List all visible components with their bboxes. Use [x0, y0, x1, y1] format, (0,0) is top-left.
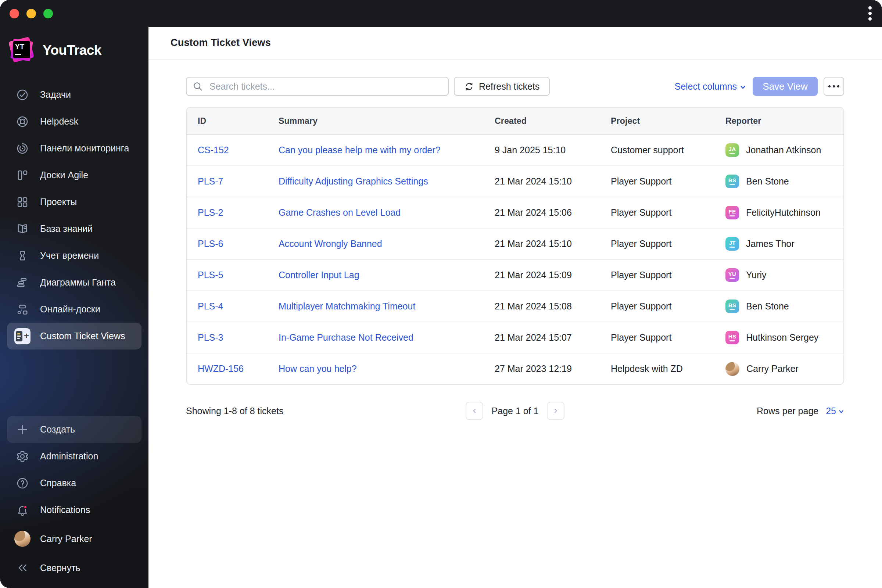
ticket-id-link[interactable]: CS-152: [198, 145, 229, 155]
column-header-reporter: Reporter: [726, 116, 843, 126]
reporter-name: Ben Stone: [746, 176, 789, 187]
select-columns-label: Select columns: [674, 81, 737, 92]
refresh-icon: [464, 82, 474, 92]
sidebar-item-administration[interactable]: Administration: [0, 443, 148, 470]
sidebar-item-label: Учет времени: [40, 250, 99, 261]
close-window-button[interactable]: [9, 9, 19, 18]
refresh-tickets-button[interactable]: Refresh tickets: [454, 77, 550, 96]
sidebar-item-свернуть[interactable]: Свернуть: [0, 554, 148, 581]
ticket-created: 9 Jan 2025 15:10: [495, 145, 611, 156]
ticket-summary-link[interactable]: Game Crashes on Level Load: [279, 207, 400, 218]
reporter-name: Jonathan Atkinson: [746, 145, 821, 156]
ticket-summary-link[interactable]: Difficulty Adjusting Graphics Settings: [279, 176, 428, 186]
ticket-summary-link[interactable]: Account Wrongly Banned: [279, 238, 382, 249]
zoom-window-button[interactable]: [44, 9, 53, 18]
table-header-row: IDSummaryCreatedProjectReporter: [187, 108, 843, 135]
sidebar-item-carry-parker[interactable]: Carry Parker: [0, 524, 148, 554]
search-input[interactable]: [186, 77, 449, 96]
whiteboards-icon: [14, 302, 30, 318]
sidebar-item-учет-времени[interactable]: Учет времени: [0, 242, 148, 269]
table-row: PLS-5Controller Input Lag21 Mar 2024 15:…: [187, 259, 843, 290]
column-header-project: Project: [611, 116, 726, 126]
save-view-button[interactable]: Save View: [753, 77, 818, 96]
ticket-project: Helpdesk with ZD: [611, 363, 726, 374]
ticket-id-link[interactable]: PLS-6: [198, 238, 223, 249]
app-window: YT YouTrack ЗадачиHelpdeskПанели монитор…: [0, 0, 882, 588]
ticket-reporter: Carry Parker: [726, 362, 843, 376]
rows-per-page-select[interactable]: 25: [826, 406, 844, 416]
kebab-menu-icon[interactable]: [868, 6, 872, 21]
reporter-name: Carry Parker: [746, 363, 799, 374]
sidebar-item-панели-мониторинга[interactable]: Панели мониторинга: [0, 135, 148, 162]
tickets-table: IDSummaryCreatedProjectReporter CS-152Ca…: [186, 107, 844, 385]
reporter-name: Yuriy: [746, 270, 766, 280]
sidebar-item-проекты[interactable]: Проекты: [0, 189, 148, 215]
sidebar-item-справка[interactable]: Справка: [0, 470, 148, 496]
toolbar: Refresh tickets Select columns Save View: [186, 77, 844, 96]
ticket-id-link[interactable]: PLS-2: [198, 207, 223, 218]
youtrack-logo: YT YouTrack: [8, 37, 101, 64]
tasks-icon: [14, 87, 30, 103]
sidebar-item-label: Custom Ticket Views: [40, 331, 125, 341]
table-row: CS-152Can you please help me with my ord…: [187, 135, 843, 165]
sidebar-item-custom-ticket-views[interactable]: +Custom Ticket Views: [7, 322, 141, 350]
agile-boards-icon: [14, 167, 30, 183]
custom-ticket-views-icon: +: [14, 328, 30, 344]
more-options-button[interactable]: [824, 77, 844, 96]
reporter-avatar-photo: [726, 362, 740, 376]
ticket-id-link[interactable]: PLS-7: [198, 176, 223, 186]
sidebar-create-button[interactable]: Создать: [7, 416, 141, 443]
prev-page-button[interactable]: [466, 402, 483, 420]
gear-icon: [14, 448, 30, 465]
sidebar-item-notifications[interactable]: Notifications: [0, 496, 148, 524]
sidebar-item-label: Свернуть: [40, 562, 81, 573]
sidebar-item-задачи[interactable]: Задачи: [0, 81, 148, 108]
ticket-project: Player Support: [611, 238, 726, 249]
ticket-reporter: BSBen Stone: [726, 175, 843, 188]
sidebar-item-label: Задачи: [40, 89, 71, 100]
select-columns-button[interactable]: Select columns: [674, 81, 746, 92]
pager: Page 1 of 1: [466, 402, 565, 420]
sidebar-item-онлайн-доски[interactable]: Онлайн-доски: [0, 296, 148, 322]
page-title: Custom Ticket Views: [171, 37, 271, 48]
sidebar-item-диаграммы-ганта[interactable]: Диаграммы Ганта: [0, 269, 148, 296]
sidebar-item-label: Онлайн-доски: [40, 304, 100, 315]
sidebar-item-label: Создать: [40, 424, 75, 435]
sidebar-bottom-nav: СоздатьAdministrationСправкаNotification…: [0, 416, 148, 581]
ticket-summary-link[interactable]: In-Game Purchase Not Received: [279, 332, 413, 342]
ticket-created: 21 Mar 2024 15:06: [495, 207, 611, 218]
ticket-summary-link[interactable]: Controller Input Lag: [279, 270, 359, 280]
logo-text: YouTrack: [43, 43, 101, 58]
sidebar-item-доски-agile[interactable]: Доски Agile: [0, 162, 148, 189]
reporter-avatar: JT: [726, 237, 739, 250]
sidebar-item-label: Диаграммы Ганта: [40, 277, 116, 288]
avatar-photo-icon: [14, 531, 30, 547]
chevron-right-icon: [552, 408, 559, 414]
sidebar-item-helpdesk[interactable]: Helpdesk: [0, 108, 148, 135]
ticket-summary-link[interactable]: How can you help?: [279, 363, 357, 374]
youtrack-logo-icon: YT: [8, 37, 35, 64]
ticket-created: 21 Mar 2024 15:10: [495, 238, 611, 249]
reporter-name: James Thor: [746, 238, 795, 249]
minimize-window-button[interactable]: [27, 9, 36, 18]
sidebar: YT YouTrack ЗадачиHelpdeskПанели монитор…: [0, 0, 148, 588]
column-header-id: ID: [198, 116, 279, 126]
table-row: PLS-2Game Crashes on Level Load21 Mar 20…: [187, 196, 843, 228]
plus-icon: [14, 422, 30, 438]
sidebar-item-label: Administration: [40, 451, 98, 462]
ticket-reporter: YUYuriy: [726, 268, 843, 282]
sidebar-item-label: Доски Agile: [40, 170, 88, 180]
ticket-id-link[interactable]: PLS-5: [198, 270, 223, 280]
ticket-id-link[interactable]: HWZD-156: [198, 363, 244, 374]
refresh-label: Refresh tickets: [479, 81, 540, 92]
table-footer: Showing 1-8 of 8 tickets Page 1 of 1 Row…: [186, 402, 844, 420]
collapse-icon: [14, 560, 30, 576]
ticket-id-link[interactable]: PLS-3: [198, 332, 223, 342]
next-page-button[interactable]: [547, 402, 564, 420]
ticket-id-link[interactable]: PLS-4: [198, 301, 223, 311]
ticket-summary-link[interactable]: Multiplayer Matchmaking Timeout: [279, 301, 415, 311]
ticket-summary-link[interactable]: Can you please help me with my order?: [279, 145, 441, 155]
reporter-name: FelicityHutchinson: [746, 207, 820, 218]
table-row: PLS-4Multiplayer Matchmaking Timeout21 M…: [187, 290, 843, 322]
sidebar-item-база-знаний[interactable]: База знаний: [0, 215, 148, 242]
